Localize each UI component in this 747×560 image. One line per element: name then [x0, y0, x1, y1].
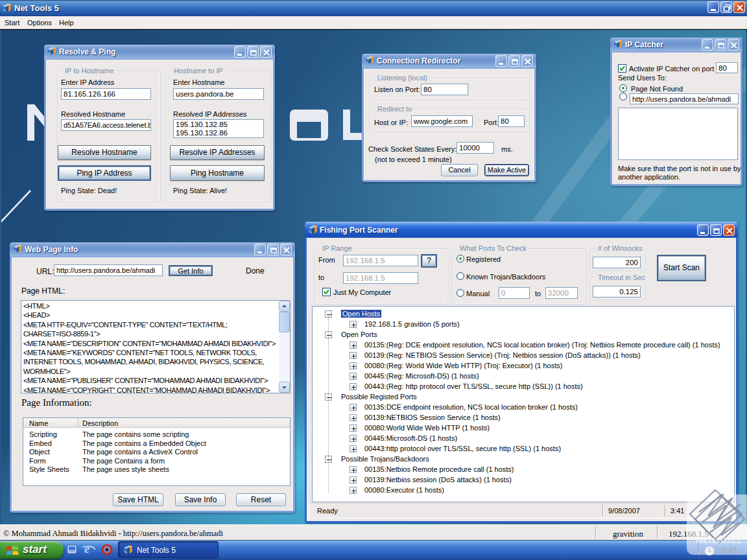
svg-text:INSTALUJ.CZ: INSTALUJ.CZ — [696, 537, 741, 544]
